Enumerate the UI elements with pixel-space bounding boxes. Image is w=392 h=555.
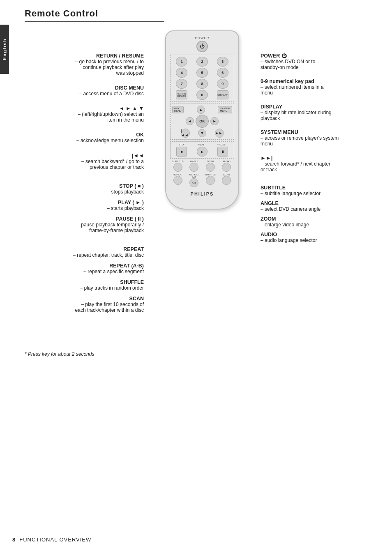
btn-8[interactable]: 8 <box>196 79 208 89</box>
angle-title: ANGLE <box>261 200 279 206</box>
power-title: POWER ⏻ <box>261 53 287 59</box>
nav-middle: ◄ OK ► <box>172 115 232 128</box>
prev-title: |◄◄ <box>132 152 144 159</box>
pause-title: PAUSE ( II ) <box>116 216 144 222</box>
label-shuffle: SHUFFLE – play tracks in random order <box>25 279 144 291</box>
btn-right[interactable]: ► <box>210 117 219 125</box>
btn-display[interactable]: DISPLAY <box>217 90 228 99</box>
label-numerical: 0-9 numerical key pad – select numbered … <box>261 78 380 96</box>
audio-label: AUDIO <box>219 160 235 163</box>
section-title: Functional Overview <box>19 537 91 543</box>
play-label: PLAY <box>198 143 205 146</box>
btn-repeat[interactable] <box>173 176 182 185</box>
prev-desc: – search backward* / go to aprevious cha… <box>81 159 144 170</box>
ok-desc: – acknowledge menu selection <box>76 138 144 143</box>
label-scan: SCAN – play the first 10 seconds ofeach … <box>25 296 144 313</box>
btn-disc-menu[interactable]: DISCMENU <box>172 106 184 113</box>
btn-1[interactable]: 1 <box>176 57 187 67</box>
btn-play[interactable]: ► <box>197 147 208 157</box>
btn-return[interactable]: RETURNRESUME <box>176 90 187 99</box>
power-section: POWER ⏻ <box>170 36 234 52</box>
disc-menu-desc: – access menu of a DVD disc <box>79 91 144 97</box>
btn-5[interactable]: 5 <box>196 68 208 78</box>
label-pause: PAUSE ( II ) – pause playback temporaril… <box>25 216 144 233</box>
btn-shuffle[interactable] <box>206 176 215 185</box>
nav-desc: – (left/right/up/down) select anitem in … <box>78 111 144 123</box>
btn-pause[interactable]: ⏸ <box>217 147 228 157</box>
repeat-ab-label: REPEATA-B <box>187 173 202 178</box>
btn-0[interactable]: 0 <box>196 90 208 100</box>
btn-subtitle[interactable] <box>173 163 182 172</box>
btn-4[interactable]: 4 <box>176 68 187 78</box>
btn-9[interactable]: 9 <box>217 79 228 89</box>
label-prev: |◄◄ – search backward* / go to aprevious… <box>25 152 144 170</box>
label-play: PLAY ( ► ) – starts playback <box>25 200 144 211</box>
label-ok: OK – acknowledge menu selection <box>25 132 144 143</box>
repeat-title: REPEAT <box>123 246 144 252</box>
zoom-label: ZOOM <box>203 160 218 163</box>
label-stop: STOP ( ■ ) – stops playback <box>25 183 144 195</box>
play-title: PLAY ( ► ) <box>118 200 144 205</box>
btn-next-chapter[interactable]: ►►| <box>215 129 224 138</box>
btn-up[interactable]: ▲ <box>197 106 205 114</box>
btn-ok[interactable]: OK <box>196 115 209 128</box>
repeat-section: REPEAT REPEATA-B A-B SHUFFLE SCAN <box>170 173 234 187</box>
btn-audio[interactable] <box>222 163 231 172</box>
btn-6[interactable]: 6 <box>217 68 228 78</box>
zoom-desc: – enlarge video image <box>261 222 309 228</box>
btn-2[interactable]: 2 <box>196 57 208 67</box>
btn-prev-chapter[interactable]: |◄◄ <box>181 129 190 138</box>
remote-control: POWER ⏻ 1 2 3 4 5 6 7 8 9 RETURNRESUME 0 <box>157 30 247 318</box>
next-chapter-desc: – search forward* / next chapteror track <box>261 161 330 173</box>
btn-3[interactable]: 3 <box>217 57 228 67</box>
page-number: 8 <box>12 537 15 543</box>
repeat-ab-title: REPEAT (A-B) <box>109 263 144 269</box>
audio-desc: – audio language selector <box>261 237 317 243</box>
diagram-area: RETURN / RESUME – go back to previous me… <box>25 39 380 318</box>
right-labels: POWER ⏻ – switches DVD ON or tostandby-o… <box>256 39 380 318</box>
label-subtitle: SUBTITLE – subtitle language selector <box>261 185 380 196</box>
power-desc: – switches DVD ON or tostandby-on mode <box>261 59 315 70</box>
scan-label: SCAN <box>219 173 235 176</box>
function-section: SUBTITLE ANGLE ZOOM AUDIO <box>170 160 234 172</box>
label-return-resume: RETURN / RESUME – go back to previous me… <box>25 53 144 76</box>
btn-scan[interactable] <box>222 176 231 185</box>
pause-label: PAUSE <box>217 143 226 146</box>
btn-down[interactable]: ▼ <box>198 129 206 137</box>
nav-section: DISCMENU ▲ SYSTEMMENU ◄ OK ► |◄◄ ▼ ►►| <box>170 104 234 140</box>
zoom-title: ZOOM <box>261 216 276 222</box>
scan-desc: – play the first 10 seconds ofeach track… <box>75 302 144 313</box>
repeat-label: REPEAT <box>170 173 186 176</box>
nav-bottom-row: |◄◄ ▼ ►►| <box>172 129 232 138</box>
btn-zoom[interactable] <box>206 163 215 172</box>
angle-desc: – select DVD camera angle <box>261 206 321 212</box>
numerical-desc: – select numbered items in amenu <box>261 84 323 96</box>
page-title: Remote Control <box>25 8 164 22</box>
btn-left[interactable]: ◄ <box>186 117 194 125</box>
label-disc-menu: DISC MENU – access menu of a DVD disc <box>25 85 144 97</box>
btn-stop[interactable]: ■ <box>176 147 187 157</box>
display-title: DISPLAY <box>261 104 282 110</box>
label-zoom: ZOOM – enlarge video image <box>261 216 380 228</box>
repeat-desc: – repeat chapter, track, title, disc <box>73 252 144 258</box>
power-button[interactable]: ⏻ <box>196 41 208 52</box>
audio-title: AUDIO <box>261 232 277 237</box>
btn-system-menu[interactable]: SYSTEMMENU <box>218 106 232 113</box>
btn-angle[interactable] <box>189 163 198 172</box>
label-display: DISPLAY – display bit rate indicator dur… <box>261 104 380 121</box>
label-next-chapter: ►►| – search forward* / next chapteror t… <box>261 155 380 173</box>
label-repeat: REPEAT – repeat chapter, track, title, d… <box>25 246 144 258</box>
btn-7[interactable]: 7 <box>176 79 187 89</box>
subtitle-title: SUBTITLE <box>261 185 286 191</box>
angle-label: ANGLE <box>187 160 202 163</box>
btn-repeat-ab[interactable]: A-B <box>189 178 198 187</box>
ok-title: OK <box>136 132 144 138</box>
shuffle-title: SHUFFLE <box>120 279 144 285</box>
numerical-title: 0-9 numerical key pad <box>261 78 314 84</box>
stop-desc: – stops playback <box>107 189 144 195</box>
number-grid: 1 2 3 4 5 6 7 8 9 RETURNRESUME 0 DISPLAY <box>170 55 234 102</box>
return-resume-title: RETURN / RESUME <box>96 53 144 59</box>
language-tab: English <box>0 25 9 74</box>
transport-section: STOP PLAY PAUSE ■ ► ⏸ <box>170 141 234 159</box>
label-nav: ◄ ► ▲ ▼ – (left/right/up/down) select an… <box>25 106 144 123</box>
